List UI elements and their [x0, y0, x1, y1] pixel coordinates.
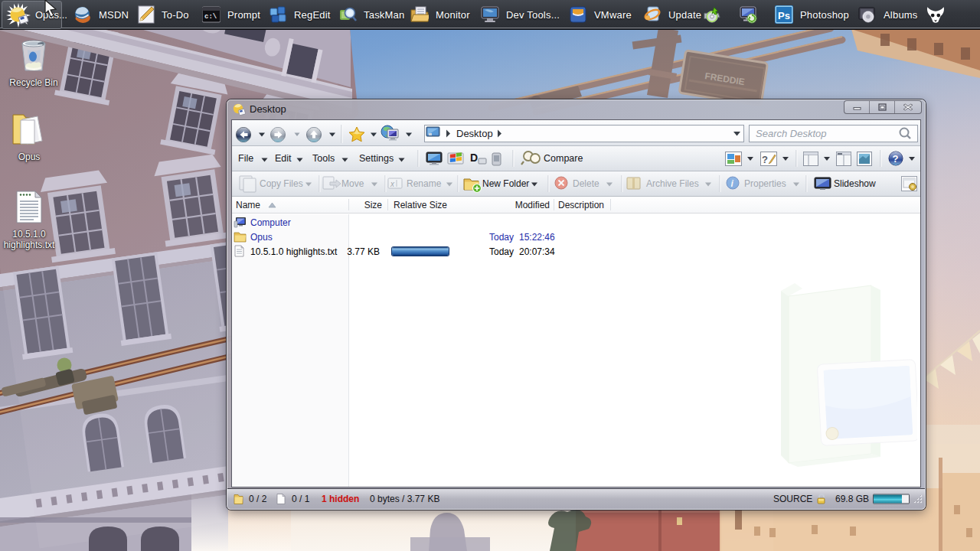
svg-text:File: File: [238, 153, 253, 164]
svg-text:Edit: Edit: [275, 153, 292, 164]
svg-text:Delete: Delete: [573, 178, 599, 189]
svg-text:Settings: Settings: [359, 153, 394, 164]
svg-text:Search Desktop: Search Desktop: [756, 128, 827, 139]
svg-text:Archive Files: Archive Files: [646, 178, 699, 189]
svg-text:x: x: [390, 180, 395, 188]
svg-text:Slideshow: Slideshow: [834, 178, 876, 189]
svg-text:Tools: Tools: [312, 153, 335, 164]
svg-text:D: D: [470, 152, 478, 164]
svg-text:Ps: Ps: [778, 10, 790, 21]
svg-text:Compare: Compare: [544, 153, 583, 164]
svg-text:Copy Files: Copy Files: [260, 178, 303, 189]
svg-text:Properties: Properties: [744, 178, 786, 189]
svg-text:Rename: Rename: [407, 178, 442, 189]
svg-text:New Folder: New Folder: [482, 178, 529, 189]
svg-text:Desktop: Desktop: [456, 128, 493, 139]
svg-text:c:\: c:\: [204, 13, 217, 21]
svg-text:Move: Move: [341, 178, 364, 189]
svg-text:?: ?: [762, 154, 768, 165]
svg-text:?: ?: [893, 153, 899, 165]
